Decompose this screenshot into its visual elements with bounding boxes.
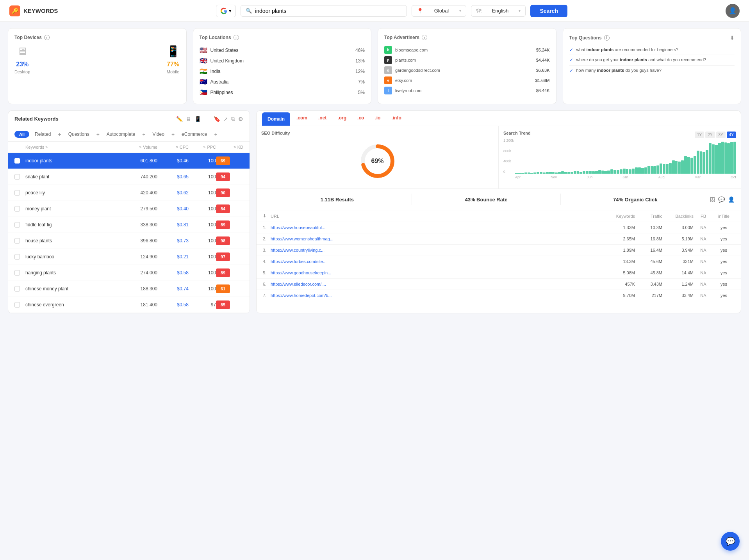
search-bar: ▾ 🔍 📍 Global ▾ 🗺 English ▾ Search	[216, 5, 567, 17]
edit-icon[interactable]: ✏️	[176, 116, 183, 122]
avatar[interactable]: 👤	[726, 4, 740, 18]
kd-badge: 61	[216, 284, 230, 293]
serp-url[interactable]: https://www.countryliving.c...	[271, 248, 604, 252]
tab-ecommerce-add[interactable]: +	[212, 130, 219, 138]
trend-bar	[564, 172, 567, 174]
trend-btn-1y[interactable]: 1Y	[695, 132, 704, 138]
th-keywords[interactable]: Keywords ⇅	[25, 145, 122, 149]
keyword-checkbox[interactable]	[14, 302, 20, 308]
keyword-checkbox[interactable]	[14, 206, 20, 212]
keywords-rows: indoor plants 601,800 $0.46 100 69 snake…	[8, 153, 250, 313]
keyword-checkbox[interactable]	[14, 270, 20, 276]
monitor-icon[interactable]: 🖥	[186, 116, 191, 122]
keyword-row[interactable]: money plant 279,500 $0.40 100 84	[8, 201, 250, 217]
tab-related-add[interactable]: +	[56, 130, 62, 138]
th-volume[interactable]: ⇅ Volume	[122, 145, 157, 149]
trend-btn-3y[interactable]: 3Y	[716, 132, 726, 138]
tab-questions-add[interactable]: +	[95, 130, 101, 138]
keyword-checkbox[interactable]	[14, 238, 20, 244]
tab-questions[interactable]: Questions	[65, 130, 93, 138]
keyword-row[interactable]: chinese evergreen 181,400 $0.58 97 85	[8, 297, 250, 313]
tab-all[interactable]: All	[14, 131, 29, 138]
tab-net[interactable]: .net	[313, 111, 332, 125]
trend-btn-4y[interactable]: 4Y	[727, 132, 736, 138]
advertiser-cost: $6.44K	[536, 88, 550, 93]
keyword-checkbox[interactable]	[14, 286, 20, 292]
screenshot-icon[interactable]: 🖼	[710, 196, 715, 203]
keyword-row[interactable]: indoor plants 601,800 $0.46 100 69	[8, 153, 250, 169]
tab-com[interactable]: .com	[291, 111, 313, 125]
serp-traffic: 45.8M	[635, 270, 662, 275]
tab-related[interactable]: Related	[32, 130, 54, 138]
keyword-ppc: 97	[189, 302, 216, 308]
tab-autocomplete[interactable]: Autocomplete	[103, 130, 138, 138]
serp-th-download[interactable]: ⬇	[263, 213, 271, 219]
comment-icon[interactable]: 💬	[718, 196, 725, 203]
advertiser-left: llivelyroot.com	[384, 87, 421, 94]
advertiser-row: bbloomscape.com$5.24K	[384, 45, 550, 55]
trend-bar	[530, 173, 533, 174]
tab-org[interactable]: .org	[332, 111, 352, 125]
th-cpc[interactable]: ⇅ CPC	[157, 145, 189, 149]
tab-video-add[interactable]: +	[170, 130, 176, 138]
serp-url[interactable]: https://www.elledecor.com/l...	[271, 282, 604, 286]
keyword-name: indoor plants	[25, 158, 122, 164]
bookmark-icon[interactable]: 🔖	[214, 116, 220, 122]
location-value: Global	[434, 8, 449, 14]
trend-bar	[607, 171, 610, 174]
logo-icon: 🔑	[9, 5, 20, 16]
search-button[interactable]: Search	[530, 5, 567, 17]
th-kd[interactable]: ⇅ KD	[216, 145, 243, 149]
app-logo: 🔑 KEYWORDS	[9, 5, 58, 16]
serp-url[interactable]: https://www.homedepot.com/b...	[271, 293, 604, 298]
questions-download-icon[interactable]: ⬇	[730, 35, 735, 41]
serp-fb: NA	[694, 282, 713, 286]
export-icon[interactable]: ↗	[223, 116, 228, 122]
filter-icon[interactable]: ⚙	[238, 116, 243, 122]
keyword-row[interactable]: peace lily 420,400 $0.62 100 90	[8, 185, 250, 201]
keyword-checkbox[interactable]	[14, 190, 20, 196]
location-icon: 📍	[417, 8, 423, 14]
tab-video[interactable]: Video	[149, 130, 167, 138]
keyword-checkbox[interactable]	[14, 254, 20, 260]
copy-icon[interactable]: ⧉	[231, 116, 235, 122]
trend-bar	[552, 172, 555, 174]
serp-num: 7.	[263, 293, 271, 298]
tab-info[interactable]: .info	[386, 111, 407, 125]
keyword-input[interactable]	[255, 8, 402, 14]
user-icon[interactable]: 👤	[728, 196, 735, 203]
chevron-down-icon-lang: ▾	[519, 9, 521, 13]
location-pct: 13%	[355, 58, 365, 64]
keyword-checkbox[interactable]	[14, 174, 20, 180]
serp-url[interactable]: https://www.forbes.com/site...	[271, 259, 604, 264]
language-selector[interactable]: 🗺 English ▾	[471, 5, 526, 17]
tab-co[interactable]: .co	[352, 111, 369, 125]
serp-url[interactable]: https://www.housebeautiful....	[271, 225, 604, 230]
trend-btn-2y[interactable]: 2Y	[705, 132, 715, 138]
serp-th-backlinks: Backlinks	[662, 214, 694, 219]
th-ppc[interactable]: ⇅ PPC	[189, 145, 216, 149]
serp-table-header: ⬇ URL Keywords Traffic Backlinks FB inTi…	[257, 210, 741, 222]
tab-ecommerce[interactable]: eCommerce	[178, 130, 210, 138]
kd-badge: 84	[216, 204, 230, 213]
keyword-row[interactable]: house plants 396,800 $0.73 100 98	[8, 233, 250, 249]
keyword-checkbox[interactable]	[14, 222, 20, 228]
location-selector[interactable]: 📍 Global ▾	[412, 5, 466, 17]
keyword-row[interactable]: chinese money plant 188,300 $0.74 100 61	[8, 281, 250, 297]
keyword-checkbox[interactable]	[14, 158, 20, 164]
serp-num: 4.	[263, 259, 271, 264]
metrics-row: 1.11B Results 43% Bounce Rate 74% Organi…	[257, 189, 741, 210]
serp-url[interactable]: https://www.goodhousekeepin...	[271, 270, 604, 275]
mobile-icon-action[interactable]: 📱	[194, 116, 201, 122]
search-engine-selector[interactable]: ▾	[216, 5, 236, 17]
serp-intitle: yes	[713, 259, 735, 264]
search-trend-title: Search Trend	[503, 131, 531, 135]
keyword-row[interactable]: fiddle leaf fig 338,300 $0.81 100 89	[8, 217, 250, 233]
tab-domain[interactable]: Domain	[262, 112, 290, 126]
tab-io[interactable]: .io	[369, 111, 386, 125]
keyword-row[interactable]: snake plant 740,200 $0.65 100 94	[8, 169, 250, 185]
keyword-row[interactable]: lucky bamboo 124,900 $0.21 100 97	[8, 249, 250, 265]
keyword-row[interactable]: hanging plants 274,000 $0.58 100 89	[8, 265, 250, 281]
serp-url[interactable]: https://www.womenshealthmag...	[271, 236, 604, 241]
tab-autocomplete-add[interactable]: +	[141, 130, 147, 138]
